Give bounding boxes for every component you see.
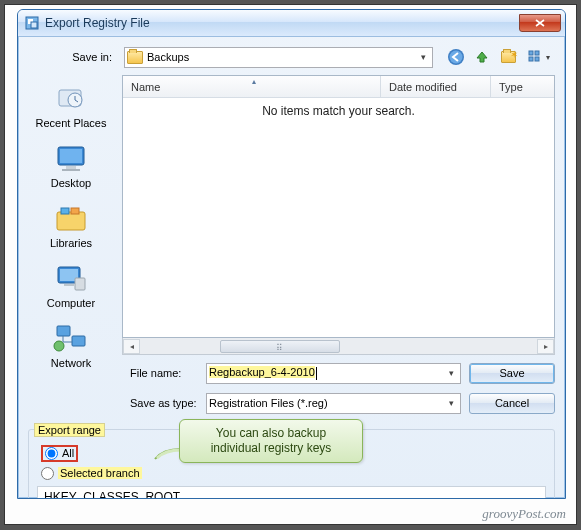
column-header-type[interactable]: Type (491, 76, 554, 97)
titlebar[interactable]: Export Registry File (18, 10, 565, 37)
filename-combo[interactable]: Regbackup_6-4-2010 ▾ (206, 363, 461, 384)
svg-point-24 (54, 341, 64, 351)
nav-views-button[interactable]: ▾ (523, 47, 555, 68)
svg-point-4 (450, 51, 463, 64)
scroll-right-icon[interactable]: ▸ (537, 339, 554, 354)
save-as-type-combo[interactable]: Registration Files (*.reg) ▾ (206, 393, 461, 414)
close-button[interactable] (519, 14, 561, 32)
export-selected-radio[interactable] (41, 467, 54, 480)
export-all-label: All (62, 447, 74, 459)
svg-rect-22 (57, 326, 70, 336)
save-button[interactable]: Save (469, 363, 555, 384)
svg-rect-16 (61, 208, 69, 214)
sidebar-item-network[interactable]: Network (29, 321, 113, 369)
network-icon (53, 321, 89, 355)
svg-rect-23 (72, 336, 85, 346)
export-all-radio[interactable] (45, 447, 58, 460)
svg-rect-14 (62, 169, 80, 171)
nav-back-button[interactable] (445, 47, 467, 68)
chevron-down-icon: ▾ (444, 398, 458, 408)
sidebar-item-label: Libraries (50, 237, 92, 249)
annotation-callout: You can also backup individual registry … (179, 419, 363, 463)
svg-rect-21 (75, 278, 85, 290)
scroll-left-icon[interactable]: ◂ (123, 339, 140, 354)
filename-value: Regbackup_6-4-2010 (209, 366, 315, 378)
svg-rect-2 (31, 22, 37, 28)
sort-indicator-icon: ▴ (252, 77, 256, 86)
column-header-date[interactable]: Date modified (381, 76, 491, 97)
export-range-legend: Export range (34, 423, 105, 437)
svg-rect-13 (66, 166, 76, 169)
scroll-track[interactable]: ⠿ (140, 339, 537, 354)
sidebar-item-libraries[interactable]: Libraries (29, 201, 113, 249)
save-in-folder: Backups (147, 51, 416, 63)
sidebar-item-label: Recent Places (36, 117, 107, 129)
svg-rect-6 (535, 51, 539, 55)
recent-places-icon (53, 81, 89, 115)
libraries-icon (53, 201, 89, 235)
scroll-thumb[interactable]: ⠿ (220, 340, 340, 353)
places-sidebar: Recent Places Desktop Libraries Computer (28, 75, 114, 355)
sidebar-item-recent[interactable]: Recent Places (29, 81, 113, 129)
selected-branch-field[interactable] (37, 486, 546, 499)
chevron-down-icon: ▾ (416, 52, 430, 62)
svg-rect-7 (529, 57, 533, 61)
watermark: groovyPost.com (482, 506, 566, 522)
nav-new-folder-button[interactable]: ✶ (497, 47, 519, 68)
svg-rect-17 (71, 208, 79, 214)
computer-icon (53, 261, 89, 295)
horizontal-scrollbar[interactable]: ◂ ⠿ ▸ (122, 338, 555, 355)
folder-icon (127, 51, 143, 64)
svg-rect-15 (57, 212, 85, 230)
chevron-down-icon: ▾ (546, 53, 550, 62)
save-in-combo[interactable]: Backups ▾ (124, 47, 433, 68)
save-as-type-value: Registration Files (*.reg) (209, 397, 444, 409)
svg-point-3 (448, 49, 464, 65)
chevron-down-icon: ▾ (444, 368, 458, 378)
sidebar-item-desktop[interactable]: Desktop (29, 141, 113, 189)
window-title: Export Registry File (45, 16, 519, 30)
folder-icon: ✶ (501, 51, 516, 63)
regedit-icon (24, 15, 40, 31)
export-selected-label: Selected branch (58, 467, 142, 479)
cancel-button[interactable]: Cancel (469, 393, 555, 414)
column-header-name[interactable]: Name ▴ (123, 76, 381, 97)
svg-rect-5 (529, 51, 533, 55)
desktop-icon (53, 141, 89, 175)
sidebar-item-computer[interactable]: Computer (29, 261, 113, 309)
file-list[interactable]: Name ▴ Date modified Type No items match… (122, 75, 555, 338)
save-as-type-label: Save as type: (28, 397, 198, 409)
sidebar-item-label: Desktop (51, 177, 91, 189)
save-in-label: Save in: (28, 51, 118, 63)
nav-up-button[interactable] (471, 47, 493, 68)
filename-label: File name: (28, 367, 198, 379)
svg-rect-20 (64, 284, 74, 286)
sidebar-item-label: Computer (47, 297, 95, 309)
file-list-empty: No items match your search. (123, 98, 554, 337)
svg-rect-12 (60, 149, 82, 163)
svg-rect-8 (535, 57, 539, 61)
